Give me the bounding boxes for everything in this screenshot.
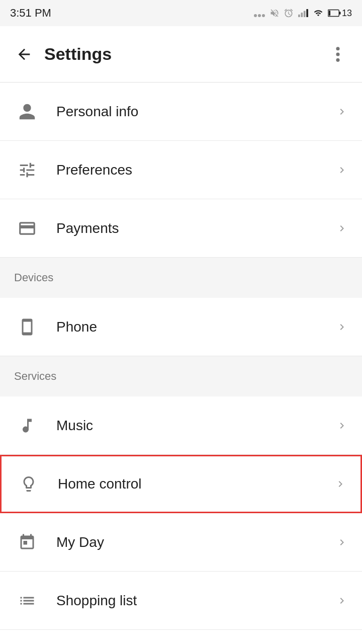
shopping-list-label: Shopping list [56,593,330,609]
svg-point-10 [336,47,339,50]
chevron-right-icon [336,595,348,607]
svg-point-2 [262,14,265,17]
status-bar: 3:51 PM [0,0,362,26]
svg-rect-3 [298,15,300,17]
settings-item-preferences[interactable]: Preferences [0,141,362,199]
svg-rect-6 [306,9,308,17]
wifi-icon [313,9,324,18]
phone-icon [14,314,40,340]
home-control-icon [16,471,42,497]
svg-point-0 [254,14,257,17]
services-label: Services [14,370,56,383]
app-bar: Settings [0,26,362,83]
settings-item-music[interactable]: Music [0,396,362,455]
svg-rect-9 [328,11,330,16]
svg-point-12 [336,58,339,61]
settings-item-home-control[interactable]: Home control [0,455,362,513]
status-time: 3:51 PM [10,7,51,20]
chevron-right-icon [336,536,348,548]
mute-icon [269,8,280,18]
chevron-right-icon [336,222,348,234]
devices-section-header: Devices [0,258,362,298]
svg-point-1 [258,14,261,17]
personal-info-label: Personal info [56,104,330,120]
chevron-right-icon [336,321,348,333]
settings-item-videos-photos[interactable]: Videos and Photos [0,630,362,644]
music-label: Music [56,418,330,434]
battery-percent: 13 [342,8,352,19]
svg-rect-4 [301,13,303,17]
settings-item-shopping-list[interactable]: Shopping list [0,572,362,630]
chevron-right-icon [336,420,348,432]
sliders-icon [14,157,40,183]
services-section-header: Services [0,356,362,396]
calendar-icon [14,529,40,555]
back-button[interactable] [12,42,36,66]
page-title: Settings [44,44,326,64]
svg-rect-5 [304,11,306,18]
home-control-label: Home control [58,476,328,492]
signal-icon [253,9,265,18]
music-icon [14,413,40,439]
devices-label: Devices [14,271,53,284]
settings-item-my-day[interactable]: My Day [0,513,362,572]
my-day-label: My Day [56,534,330,550]
svg-point-11 [336,52,339,56]
status-icons: 13 [253,8,352,19]
preferences-label: Preferences [56,162,330,178]
payment-icon [14,215,40,242]
back-icon [16,46,33,63]
cell-signal-icon [298,9,309,18]
settings-item-phone[interactable]: Phone [0,298,362,356]
chevron-right-icon [334,478,346,490]
list-icon [14,588,40,614]
phone-label: Phone [56,319,330,335]
chevron-right-icon [336,164,348,176]
battery-icon [328,9,341,17]
svg-rect-8 [339,12,341,15]
payments-label: Payments [56,220,330,236]
chevron-right-icon [336,106,348,118]
more-options-button[interactable] [326,42,350,66]
person-icon [14,99,40,125]
settings-item-payments[interactable]: Payments [0,199,362,258]
alarm-icon [284,8,294,18]
battery-indicator: 13 [328,8,352,19]
settings-item-personal-info[interactable]: Personal info [0,83,362,141]
more-icon [335,46,340,63]
